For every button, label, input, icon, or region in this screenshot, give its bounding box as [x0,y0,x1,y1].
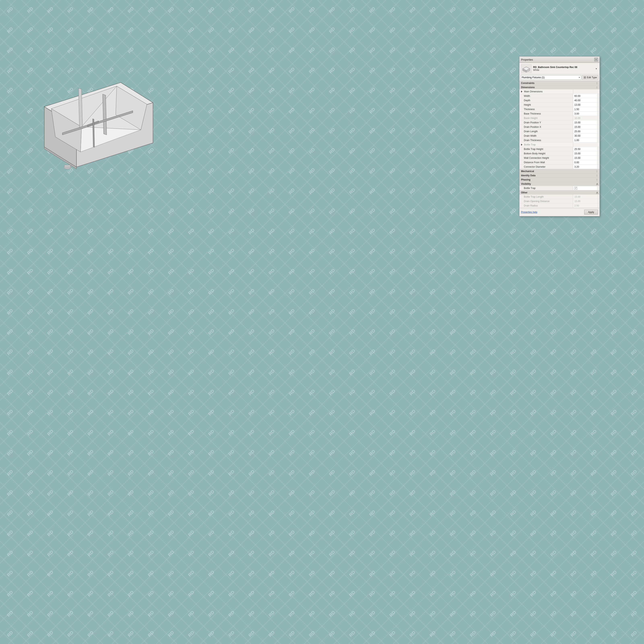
section-constraints[interactable]: Constraints ⋮ [519,81,600,85]
bottle-trap-checkbox-cell[interactable]: ✓ [573,186,597,190]
object-variant: White [533,69,595,71]
bottle-trap-length-row: Bottle Trap Length 15.00 [519,195,600,199]
thickness-value[interactable]: 1.50 [573,107,597,111]
properties-table: Constraints ⋮ Dimensions ⋮ Main Dimensio… [519,81,600,208]
section-visibility[interactable]: Visibility ⋀ [519,182,600,186]
thickness-row: Thickness 1.50 [519,107,600,111]
basin-height-row: Basin Height 10.00 [519,116,600,120]
edit-type-icon [583,76,586,79]
main-dimensions-label: Main Dimensions [519,90,573,94]
object-icon [521,64,532,73]
dimensions-collapse-icon: ⋮ [596,86,598,89]
section-dimensions[interactable]: Dimensions ⋮ [519,85,600,89]
drain-length-value[interactable]: 25.00 [573,129,597,133]
height-label: Height [519,103,573,107]
constraints-label: Constraints [521,82,535,85]
drain-radius-row: Drain Radius 2.50 [519,203,600,208]
apply-button[interactable]: Apply [584,210,598,215]
panel-footer: Properties help Apply [519,208,600,216]
drain-radius-value[interactable]: 2.50 [573,203,597,208]
drain-pos-x-row: Drain Position X 15.00 [519,125,600,129]
connector-diameter-value[interactable]: 3.20 [573,165,597,169]
other-label: Other [521,191,527,194]
constraints-collapse-icon: ⋮ [596,82,598,84]
width-value[interactable]: 60.00 [573,94,597,98]
bottom-body-height-row: Bottom Body Height 15.00 [519,151,600,156]
sink-3d-view [20,70,173,191]
drain-pos-x-label: Drain Position X [519,125,573,129]
depth-row: Depth 40.00 [519,98,600,103]
thickness-label: Thickness [519,107,573,111]
distance-from-wall-label: Distance From Wall [519,160,573,164]
visibility-collapse-icon: ⋀ [596,183,598,185]
drain-width-row: Drain Width 30.00 [519,134,600,138]
panel-titlebar[interactable]: Properties × [519,57,600,63]
drain-pos-y-value[interactable]: 15.00 [573,120,597,125]
wall-connection-height-label: Wall Connection Height [519,156,573,160]
drain-opening-distance-row: Drain Opening Distance 15.00 [519,199,600,203]
section-mechanical[interactable]: Mechanical ⋮ [519,169,600,173]
bottle-trap-expand-icon [521,144,522,146]
main-dimensions-row[interactable]: Main Dimensions [519,89,600,94]
basin-height-value[interactable]: 10.00 [573,116,597,120]
edit-type-button[interactable]: Edit Type [582,75,598,80]
section-phasing[interactable]: Phasing ⋮ [519,178,600,182]
other-collapse-icon: ⋀ [596,192,598,194]
edit-type-label: Edit Type [587,76,597,79]
checkbox-check-icon: ✓ [575,187,577,189]
dimensions-label: Dimensions [521,86,535,89]
bottle-trap-checkbox-row: Bottle Trap ✓ [519,186,600,190]
bottom-body-height-label: Bottom Body Height [519,152,573,156]
drain-width-label: Drain Width [519,134,573,138]
drain-opening-distance-value[interactable]: 15.00 [573,199,597,203]
bottle-trap-checkbox[interactable]: ✓ [574,187,577,190]
drain-width-value[interactable]: 30.00 [573,134,597,138]
drain-opening-distance-label: Drain Opening Distance [519,199,573,203]
object-info: RD_Bathroom Sink Countertop Rec 08 White [533,66,595,71]
distance-from-wall-row: Distance From Wall 0.00 [519,160,600,165]
properties-help-link[interactable]: Properties help [521,211,537,214]
depth-label: Depth [519,98,573,102]
object-name: RD_Bathroom Sink Countertop Rec 08 [533,66,595,69]
connector-diameter-label: Connector Diameter [519,165,573,169]
section-other[interactable]: Other ⋀ [519,190,600,195]
dropdown-arrow: ▼ [578,76,580,78]
bottle-trap-group-row[interactable]: Bottle Trap [519,142,600,147]
panel-header: RD_Bathroom Sink Countertop Rec 08 White… [519,63,600,74]
depth-value[interactable]: 40.00 [573,98,597,102]
base-thickness-value[interactable]: 3.00 [573,111,597,116]
mechanical-label: Mechanical [521,170,534,173]
drain-thickness-value[interactable]: 1.00 [573,138,597,142]
close-button[interactable]: × [594,58,598,61]
header-dropdown-icon[interactable]: ▼ [595,68,597,70]
distance-from-wall-value[interactable]: 0.00 [573,160,597,164]
mechanical-collapse-icon: ⋮ [596,170,598,172]
bottle-trap-height-row: Bottle Trap Height 25.50 [519,147,600,151]
drain-pos-y-label: Drain Position Y [519,121,573,125]
category-dropdown[interactable]: Plumbing Fixtures (1) ▼ [521,75,581,80]
bottle-trap-length-value[interactable]: 15.00 [573,195,597,199]
panel-title: Properties [521,58,533,61]
main-dimensions-value [573,89,597,94]
properties-panel: Properties × RD_Bathroom Sink Countertop… [519,56,600,216]
base-thickness-label: Base Thickness [519,112,573,116]
drain-length-row: Drain Length 25.00 [519,129,600,134]
bottle-trap-group-label: Bottle Trap [519,143,573,147]
bottle-trap-height-label: Bottle Trap Height [519,147,573,151]
selector-row: Plumbing Fixtures (1) ▼ Edit Type [519,74,600,81]
wall-connection-height-value[interactable]: 15.00 [573,156,597,160]
drain-thickness-row: Drain Thickness 1.00 [519,138,600,142]
wall-connection-height-row: Wall Connection Height 15.00 [519,156,600,160]
height-value[interactable]: 13.00 [573,103,597,107]
basin-height-label: Basin Height [519,116,573,120]
drain-radius-label: Drain Radius [519,204,573,208]
section-identity-data[interactable]: Identity Data ⋮ [519,173,600,178]
expand-icon [521,91,522,93]
bottom-body-height-value[interactable]: 15.00 [573,151,597,156]
svg-rect-23 [584,77,585,78]
base-thickness-row: Base Thickness 3.00 [519,111,600,116]
drain-pos-x-value[interactable]: 15.00 [573,125,597,129]
bottle-trap-vis-label: Bottle Trap [519,186,573,190]
bottle-trap-height-value[interactable]: 25.50 [573,147,597,151]
bottle-trap-length-label: Bottle Trap Length [519,195,573,199]
